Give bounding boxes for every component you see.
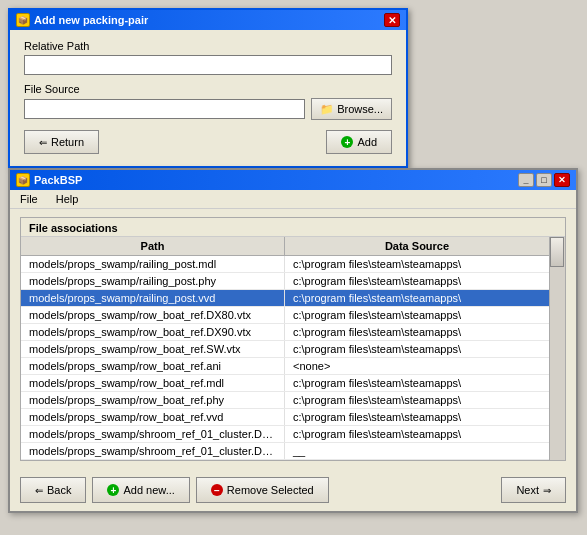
relative-path-input[interactable] <box>24 55 392 75</box>
path-column-header: Path <box>21 237 285 255</box>
file-source-label: File Source <box>24 83 392 95</box>
back-arrow-icon: ⇐ <box>35 485 43 496</box>
source-cell: c:\program files\steam\steamapps\ <box>285 426 549 442</box>
plus-icon: + <box>341 136 353 148</box>
table-body: models/props_swamp/railing_post.mdlc:\pr… <box>21 256 549 460</box>
path-cell: models/props_swamp/row_boat_ref.phy <box>21 392 285 408</box>
table-row[interactable]: models/props_swamp/row_boat_ref.vvdc:\pr… <box>21 409 549 426</box>
menu-help[interactable]: Help <box>52 192 83 206</box>
path-cell: models/props_swamp/row_boat_ref.DX80.vtx <box>21 307 285 323</box>
add-new-button[interactable]: + Add new... <box>92 477 189 503</box>
path-cell: models/props_swamp/row_boat_ref.mdl <box>21 375 285 391</box>
add-packing-pair-dialog: 📦 Add new packing-pair ✕ Relative Path F… <box>8 8 408 168</box>
table-row[interactable]: models/props_swamp/row_boat_ref.mdlc:\pr… <box>21 375 549 392</box>
bottom-left-buttons: ⇐ Back + Add new... − Remove Selected <box>20 477 329 503</box>
path-cell: models/props_swamp/row_boat_ref.DX90.vtx <box>21 324 285 340</box>
file-source-input[interactable] <box>24 99 305 119</box>
table-row[interactable]: models/props_swamp/railing_post.phyc:\pr… <box>21 273 549 290</box>
return-button[interactable]: ⇐ Return <box>24 130 99 154</box>
dialog-footer: ⇐ Return + Add <box>24 130 392 154</box>
path-cell: models/props_swamp/railing_post.mdl <box>21 256 285 272</box>
menubar: File Help <box>10 190 576 209</box>
main-window-icon: 📦 <box>16 173 30 187</box>
relative-path-field: Relative Path <box>24 40 392 75</box>
path-cell: models/props_swamp/railing_post.phy <box>21 273 285 289</box>
scrollbar-track[interactable] <box>549 237 565 460</box>
source-cell: __ <box>285 443 549 459</box>
dialog-titlebar: 📦 Add new packing-pair ✕ <box>10 10 406 30</box>
source-cell: c:\program files\steam\steamapps\ <box>285 307 549 323</box>
source-cell: c:\program files\steam\steamapps\ <box>285 290 549 306</box>
table-row[interactable]: models/props_swamp/railing_post.vvdc:\pr… <box>21 290 549 307</box>
next-arrow-icon: ⇒ <box>543 485 551 496</box>
remove-minus-icon: − <box>211 484 223 496</box>
source-cell: c:\program files\steam\steamapps\ <box>285 256 549 272</box>
dialog-title: Add new packing-pair <box>34 14 148 26</box>
main-window: 📦 PackBSP _ □ ✕ File Help File associati… <box>8 168 578 513</box>
add-button[interactable]: + Add <box>326 130 392 154</box>
titlebar-controls: _ □ ✕ <box>518 173 570 187</box>
path-cell: models/props_swamp/row_boat_ref.SW.vtx <box>21 341 285 357</box>
file-source-field: File Source 📁 Browse... <box>24 83 392 120</box>
table-row[interactable]: models/props_swamp/row_boat_ref.phyc:\pr… <box>21 392 549 409</box>
next-button[interactable]: Next ⇒ <box>501 477 566 503</box>
table-row[interactable]: models/props_swamp/shroom_ref_01_cluster… <box>21 426 549 443</box>
content-area: File associations Path Data Source model… <box>10 209 576 469</box>
table-row[interactable]: models/props_swamp/row_boat_ref.ani<none… <box>21 358 549 375</box>
path-cell: models/props_swamp/shroom_ref_01_cluster… <box>21 426 285 442</box>
relative-path-label: Relative Path <box>24 40 392 52</box>
table-scroll: Path Data Source models/props_swamp/rail… <box>21 237 549 460</box>
table-row[interactable]: models/props_swamp/row_boat_ref.DX90.vtx… <box>21 324 549 341</box>
source-cell: <none> <box>285 358 549 374</box>
file-associations-section: File associations Path Data Source model… <box>20 217 566 461</box>
source-cell: c:\program files\steam\steamapps\ <box>285 324 549 340</box>
table-row[interactable]: models/props_swamp/railing_post.mdlc:\pr… <box>21 256 549 273</box>
source-cell: c:\program files\steam\steamapps\ <box>285 409 549 425</box>
scrollbar-thumb[interactable] <box>550 237 564 267</box>
menu-file[interactable]: File <box>16 192 42 206</box>
table-header: Path Data Source <box>21 237 549 256</box>
add-new-plus-icon: + <box>107 484 119 496</box>
source-cell: c:\program files\steam\steamapps\ <box>285 375 549 391</box>
close-button[interactable]: ✕ <box>554 173 570 187</box>
folder-icon: 📁 <box>320 103 334 116</box>
maximize-button[interactable]: □ <box>536 173 552 187</box>
table-wrapper: Path Data Source models/props_swamp/rail… <box>21 237 565 460</box>
dialog-icon: 📦 <box>16 13 30 27</box>
back-button[interactable]: ⇐ Back <box>20 477 86 503</box>
source-cell: c:\program files\steam\steamapps\ <box>285 392 549 408</box>
minimize-button[interactable]: _ <box>518 173 534 187</box>
file-source-row: 📁 Browse... <box>24 98 392 120</box>
table-row[interactable]: models/props_swamp/row_boat_ref.SW.vtxc:… <box>21 341 549 358</box>
arrow-left-icon: ⇐ <box>39 137 47 148</box>
dialog-titlebar-left: 📦 Add new packing-pair <box>16 13 148 27</box>
data-source-column-header: Data Source <box>285 237 549 255</box>
path-cell: models/props_swamp/shroom_ref_01_cluster… <box>21 443 285 459</box>
table-row[interactable]: models/props_swamp/shroom_ref_01_cluster… <box>21 443 549 460</box>
dialog-close-button[interactable]: ✕ <box>384 13 400 27</box>
source-cell: c:\program files\steam\steamapps\ <box>285 341 549 357</box>
main-window-title: PackBSP <box>34 174 82 186</box>
section-title: File associations <box>21 218 565 237</box>
path-cell: models/props_swamp/row_boat_ref.ani <box>21 358 285 374</box>
path-cell: models/props_swamp/railing_post.vvd <box>21 290 285 306</box>
remove-selected-button[interactable]: − Remove Selected <box>196 477 329 503</box>
table-row[interactable]: models/props_swamp/row_boat_ref.DX80.vtx… <box>21 307 549 324</box>
bottom-bar: ⇐ Back + Add new... − Remove Selected Ne… <box>10 469 576 511</box>
path-cell: models/props_swamp/row_boat_ref.vvd <box>21 409 285 425</box>
dialog-body: Relative Path File Source 📁 Browse... ⇐ … <box>10 30 406 166</box>
main-titlebar: 📦 PackBSP _ □ ✕ <box>10 170 576 190</box>
main-titlebar-left: 📦 PackBSP <box>16 173 82 187</box>
source-cell: c:\program files\steam\steamapps\ <box>285 273 549 289</box>
browse-button[interactable]: 📁 Browse... <box>311 98 392 120</box>
